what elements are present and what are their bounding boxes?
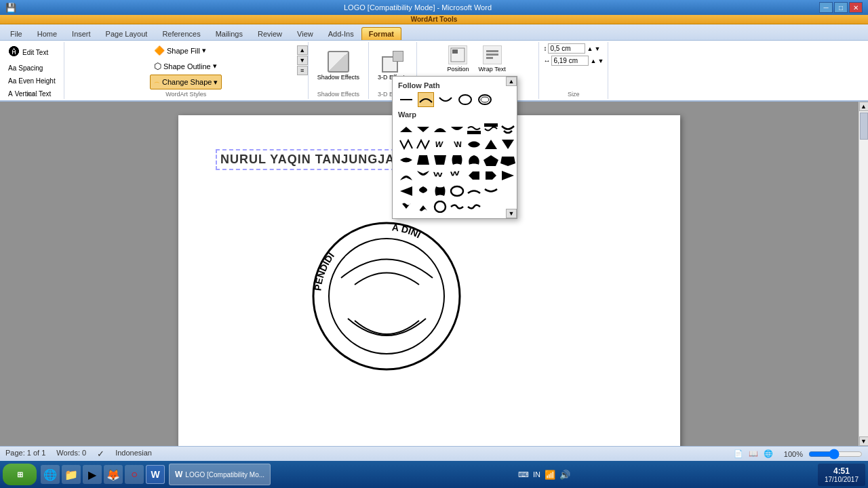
warp-39[interactable] — [449, 199, 465, 214]
tab-insert[interactable]: Insert — [64, 27, 98, 40]
scroll-up-btn[interactable]: ▲ — [859, 102, 869, 111]
warp-18[interactable] — [449, 152, 465, 167]
warp-28[interactable] — [500, 168, 516, 183]
tab-file[interactable]: File — [3, 27, 30, 40]
path-shape-1[interactable] — [398, 92, 414, 107]
warp-26[interactable] — [466, 168, 482, 183]
ie-taskbar-icon[interactable]: 🌐 — [41, 465, 60, 484]
tab-review[interactable]: Review — [250, 27, 290, 40]
warp-2[interactable] — [415, 121, 431, 136]
warp-1[interactable] — [398, 121, 414, 136]
path-shape-3[interactable] — [437, 92, 454, 107]
tab-format[interactable]: Format — [361, 27, 401, 40]
warp-29[interactable] — [398, 184, 414, 199]
opera-taskbar-icon[interactable]: ○ — [125, 465, 144, 484]
shape-height-input[interactable] — [548, 43, 585, 54]
warp-8[interactable] — [398, 137, 414, 152]
warp-15[interactable] — [398, 152, 414, 167]
wordart-scroll-down[interactable]: ▼ — [297, 56, 308, 65]
warp-19[interactable] — [466, 152, 482, 167]
warp-36[interactable] — [398, 199, 414, 214]
word-taskbar-icon[interactable]: W — [146, 465, 165, 484]
position-button[interactable]: Position — [443, 43, 472, 75]
start-button[interactable]: ⊞ — [3, 464, 37, 485]
warp-14[interactable] — [500, 137, 516, 152]
warp-33[interactable] — [466, 184, 482, 199]
warp-31[interactable] — [432, 184, 448, 199]
wordart-scroll-up[interactable]: ▲ — [297, 45, 308, 55]
path-shape-2[interactable] — [418, 92, 434, 107]
dropdown-scroll-down[interactable]: ▼ — [506, 209, 517, 218]
warp-27[interactable] — [483, 168, 499, 183]
vertical-scrollbar[interactable]: ▲ ▼ — [859, 102, 868, 446]
firefox-taskbar-icon[interactable]: 🦊 — [104, 465, 123, 484]
shape-width-input[interactable] — [551, 56, 589, 66]
tab-home[interactable]: Home — [30, 27, 64, 40]
scroll-down-btn[interactable]: ▼ — [859, 436, 869, 446]
width-up[interactable]: ▲ — [590, 58, 596, 64]
width-down[interactable]: ▼ — [597, 58, 604, 64]
change-shape-button[interactable]: ⌢ Change Shape ▾ — [150, 75, 222, 89]
warp-3[interactable] — [432, 121, 448, 136]
warp-40[interactable] — [466, 199, 482, 214]
language-indicator[interactable]: Indonesian — [115, 449, 152, 459]
keyboard-layout[interactable]: IN — [533, 470, 540, 479]
warp-17[interactable] — [432, 152, 448, 167]
svg-marker-46 — [502, 171, 514, 180]
shape-outline-button[interactable]: ⬡ Shape Outline ▾ — [150, 59, 222, 73]
warp-10[interactable]: W — [432, 137, 448, 152]
warp-9[interactable] — [415, 137, 431, 152]
warp-34[interactable] — [483, 184, 499, 199]
warp-12[interactable] — [466, 137, 482, 152]
height-down[interactable]: ▼ — [594, 45, 600, 52]
view-mode-web[interactable]: 🌐 — [764, 449, 773, 458]
even-height-button[interactable]: Aa Even Height — [4, 75, 60, 87]
zoom-slider[interactable] — [808, 450, 863, 458]
warp-21[interactable] — [500, 152, 516, 167]
warp-4[interactable] — [449, 121, 465, 136]
shape-fill-button[interactable]: 🔶 Shape Fill ▾ — [150, 43, 222, 58]
wordart-text[interactable]: NURUL YAQIN TANJUNGJAYA — [216, 149, 416, 170]
tab-view[interactable]: View — [290, 27, 321, 40]
warp-22[interactable] — [398, 168, 414, 183]
folder-taskbar-icon[interactable]: 📁 — [62, 465, 81, 484]
close-button[interactable]: ✕ — [849, 2, 863, 13]
view-mode-print[interactable]: 📄 — [734, 449, 743, 458]
warp-24[interactable]: W — [432, 168, 448, 183]
wrap-text-button[interactable]: Wrap Text — [475, 43, 509, 75]
spacing-button[interactable]: Aa Spacing — [4, 62, 47, 74]
warp-30[interactable] — [415, 184, 431, 199]
warp-32[interactable] — [449, 184, 465, 199]
warp-16[interactable] — [415, 152, 431, 167]
tab-page-layout[interactable]: Page Layout — [98, 27, 155, 40]
path-shape-4[interactable] — [457, 92, 473, 107]
maximize-button[interactable]: □ — [834, 2, 848, 13]
warp-38[interactable] — [432, 199, 448, 214]
edit-text-button[interactable]: 🅐 Edit Text — [4, 43, 53, 61]
minimize-button[interactable]: ─ — [819, 2, 833, 13]
tab-mailings[interactable]: Mailings — [208, 27, 250, 40]
wordart-scroll-more[interactable]: ≡ — [297, 66, 308, 75]
warp-23[interactable] — [415, 168, 431, 183]
warp-7[interactable] — [500, 121, 516, 136]
warp-25[interactable]: W — [449, 168, 465, 183]
volume-icon[interactable]: 🔊 — [559, 470, 570, 480]
tab-references[interactable]: References — [155, 27, 208, 40]
warp-11[interactable]: W — [449, 137, 465, 152]
media-taskbar-icon[interactable]: ▶ — [83, 465, 102, 484]
height-up[interactable]: ▲ — [587, 45, 593, 52]
warp-6[interactable] — [483, 121, 499, 136]
dropdown-scroll-up[interactable]: ▲ — [506, 77, 517, 86]
scroll-thumb[interactable] — [860, 113, 868, 140]
warp-5[interactable] — [466, 121, 482, 136]
svg-text:W: W — [433, 171, 443, 179]
clock[interactable]: 4:51 17/10/2017 — [818, 464, 865, 486]
active-app-button[interactable]: W LOGO [Compatibility Mo... — [169, 464, 271, 485]
view-mode-reading[interactable]: 📖 — [749, 449, 758, 458]
tab-addins[interactable]: Add-Ins — [321, 27, 361, 40]
warp-37[interactable] — [415, 199, 431, 214]
path-shape-5[interactable] — [477, 92, 493, 107]
warp-13[interactable] — [483, 137, 499, 152]
warp-20[interactable] — [483, 152, 499, 167]
shadow-effects-button[interactable]: Shadow Effects — [313, 48, 364, 83]
